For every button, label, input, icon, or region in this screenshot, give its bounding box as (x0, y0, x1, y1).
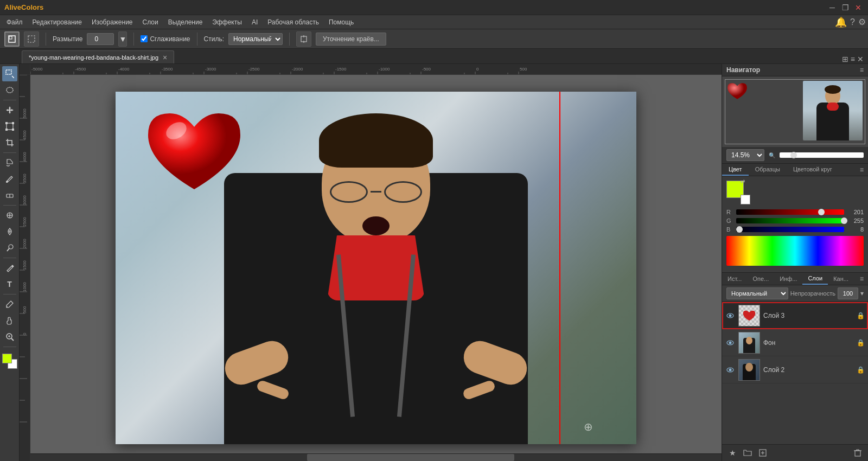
layer-bg-lock[interactable]: 🔒 (857, 339, 865, 347)
tool-brush[interactable] (2, 171, 17, 187)
layers-panel-menu[interactable]: ≡ (860, 275, 868, 283)
color-spectrum[interactable] (726, 236, 864, 266)
navigator-preview[interactable] (722, 76, 868, 147)
svg-text:-2500: -2500 (248, 67, 260, 72)
navigator-menu-icon[interactable]: ≡ (860, 66, 864, 74)
tab-close-button[interactable]: × (163, 53, 167, 62)
tool-paint-bucket[interactable] (2, 155, 17, 170)
close-button[interactable]: ✕ (853, 2, 864, 13)
tool-transform[interactable] (2, 119, 17, 134)
layer-3-visibility[interactable] (725, 311, 735, 321)
layer-blend-mode-select[interactable]: Нормальный (726, 287, 788, 299)
document-canvas[interactable]: ⊕ (30, 75, 722, 461)
color-tab-wheel[interactable]: Цветовой круг (787, 164, 839, 176)
tool-eraser[interactable] (2, 188, 17, 203)
navigator-title: Навигатор (726, 66, 760, 74)
tab-list-icon[interactable]: ≡ (851, 55, 855, 63)
main-area: T -5 (0, 64, 868, 461)
color-tab-color[interactable]: Цвет (722, 164, 749, 176)
color-tab-swatches[interactable]: Образцы (749, 164, 787, 176)
toolbar-settings-icon[interactable]: ⚙ (858, 17, 866, 27)
canvas-scrollbar-h[interactable] (30, 453, 722, 461)
refine-edges-button[interactable]: Уточнение краёв... (316, 33, 386, 46)
menu-layers[interactable]: Слои (138, 17, 163, 27)
blur-input[interactable] (87, 33, 114, 45)
tool-clone[interactable] (2, 208, 17, 223)
add-layer-button[interactable] (757, 447, 769, 459)
color-swatches-tool[interactable] (2, 354, 17, 369)
svg-point-96 (729, 341, 732, 344)
layer-bg-visibility[interactable] (725, 338, 735, 348)
menu-help[interactable]: Помощь (324, 17, 358, 27)
tool-rect-select[interactable] (2, 66, 17, 81)
tool-select-btn2[interactable] (24, 31, 39, 47)
tab-grid-icon[interactable]: ⊞ (842, 55, 848, 63)
tool-heal[interactable] (2, 224, 17, 239)
tab-operations[interactable]: Опе... (747, 273, 774, 284)
zoom-slider[interactable] (780, 152, 864, 158)
svg-text:2500: 2500 (22, 217, 27, 227)
tab-close-all-icon[interactable]: ✕ (857, 55, 864, 63)
menu-ai[interactable]: AI (247, 17, 262, 27)
tab-history[interactable]: Ист... (722, 273, 747, 284)
canvas-marker-btn[interactable] (296, 31, 311, 47)
layer-item-background[interactable]: Фон 🔒 (722, 329, 868, 356)
tool-move[interactable] (2, 103, 17, 118)
tool-eyedropper[interactable] (2, 297, 17, 312)
delete-layer-button[interactable] (852, 447, 864, 459)
tab-bar: *young-man-wearing-red-bandana-black-shi… (0, 49, 868, 64)
image-area[interactable]: ⊕ (116, 92, 636, 444)
layer-2-visibility[interactable] (725, 365, 735, 375)
layer-3-lock[interactable]: 🔒 (857, 312, 865, 319)
tab-channels[interactable]: Кан... (828, 273, 854, 284)
window-controls[interactable]: ─ ❐ ✕ (827, 2, 864, 13)
menu-select[interactable]: Выделение (164, 17, 207, 27)
layer-item-2[interactable]: Слой 2 🔒 (722, 356, 868, 383)
r-value: 201 (847, 209, 864, 215)
tool-text[interactable]: T (2, 277, 17, 292)
layer-2-lock[interactable]: 🔒 (857, 366, 865, 374)
smooth-checkbox[interactable] (141, 35, 148, 42)
b-value: 8 (847, 226, 864, 233)
tool-crop[interactable] (2, 135, 17, 150)
navigator-viewport-box[interactable] (725, 79, 865, 144)
maximize-button[interactable]: ❐ (840, 2, 851, 13)
add-style-button[interactable]: ★ (726, 447, 738, 459)
tool-zoom[interactable] (2, 329, 17, 344)
smooth-checkbox-label[interactable]: Сглаживание (141, 35, 190, 43)
blur-down-btn[interactable]: ▼ (118, 31, 127, 47)
tool-pen[interactable] (2, 260, 17, 276)
menu-edit[interactable]: Редактирование (28, 17, 86, 27)
tab-info[interactable]: Инф... (774, 273, 802, 284)
background-color-small-swatch[interactable] (741, 195, 750, 204)
zoom-select[interactable]: 14.5% (726, 149, 764, 161)
layer-item-3[interactable]: Слой 3 🔒 (722, 302, 868, 329)
menu-workspace[interactable]: Рабочая область (263, 17, 323, 27)
color-panel-menu[interactable]: ≡ (860, 164, 868, 176)
tool-dodge[interactable] (2, 240, 17, 255)
r-slider-row: R 201 (726, 209, 864, 215)
opacity-arrow[interactable]: ▾ (860, 290, 864, 297)
toolbar-notification-icon[interactable]: 🔔 (835, 16, 847, 28)
layers-footer: ★ (722, 444, 868, 461)
menu-effects[interactable]: Эффекты (208, 17, 246, 27)
swap-colors-icon[interactable]: ⇄ (741, 178, 745, 184)
tab-layers[interactable]: Слои (802, 273, 828, 285)
tool-lasso-select[interactable] (2, 82, 17, 98)
minimize-button[interactable]: ─ (827, 2, 838, 13)
menu-file[interactable]: Файл (2, 17, 27, 27)
add-folder-button[interactable] (742, 447, 754, 459)
opacity-input[interactable] (838, 287, 858, 299)
layers-panel: Ист... Опе... Инф... Слои Кан... ≡ Норма… (722, 273, 868, 461)
tool-select-rect-btn[interactable] (4, 31, 20, 47)
svg-text:-4000: -4000 (118, 67, 130, 72)
h-scrollbar-thumb[interactable] (307, 454, 514, 461)
foreground-color-swatch[interactable] (2, 354, 12, 363)
document-tab[interactable]: *young-man-wearing-red-bandana-black-shi… (22, 50, 174, 63)
toolbar-help-icon[interactable]: ? (850, 17, 855, 27)
tool-hand[interactable] (2, 313, 17, 328)
menu-image[interactable]: Изображение (87, 17, 137, 27)
svg-text:-5000: -5000 (31, 67, 43, 72)
red-guide-line (559, 92, 560, 444)
style-select[interactable]: Нормальный (228, 33, 283, 45)
